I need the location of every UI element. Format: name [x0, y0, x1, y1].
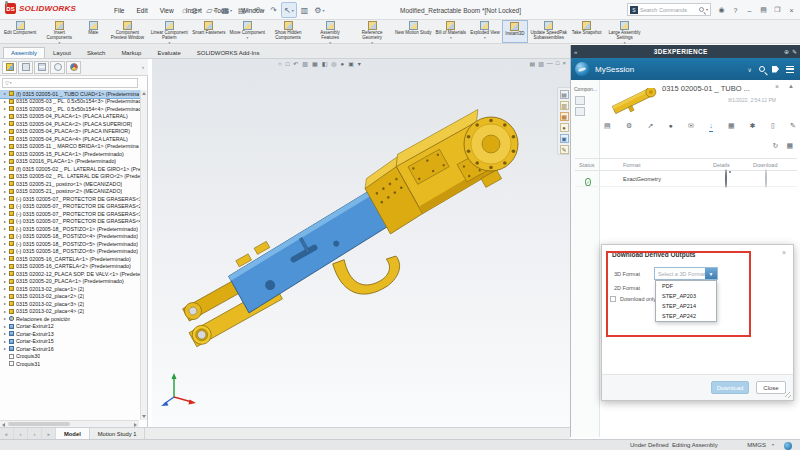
tree-item[interactable]: ▸ (f) 0315 02005-01 _ TUBO CUAD<1> (Pred…	[0, 90, 140, 98]
ribbon-tab[interactable]: Evaluate	[149, 47, 188, 58]
tree-item[interactable]: ▸ (-) 0315 02005-18_ POSTIZO<4> (Predete…	[0, 233, 140, 241]
feature-tree-tab[interactable]	[2, 61, 17, 74]
scroll-right-icon[interactable]	[134, 423, 137, 427]
toolbar-button[interactable]: Instant3D ▾	[502, 20, 528, 43]
display-manager-tab[interactable]	[66, 61, 81, 74]
session-chevron-icon[interactable]: ∨	[748, 66, 752, 73]
user-icon[interactable]: ◉	[715, 3, 728, 17]
dropdown-arrow-icon[interactable]: ▾	[246, 36, 248, 40]
tree-item[interactable]: ▸ (f) 0315 02005-02 _ PL. LATERAL DE GIR…	[0, 165, 140, 173]
menu-item[interactable]: File	[108, 0, 130, 20]
scroll-up-icon[interactable]	[142, 92, 146, 95]
toolbar-button[interactable]: Smart Fasteners ▾	[190, 20, 227, 43]
toolbar-button[interactable]: Bill of Materials ▾	[434, 20, 469, 43]
3dexperience-status-icon[interactable]	[784, 442, 792, 450]
menu-item[interactable]: View	[154, 0, 180, 20]
dimxpert-manager-tab[interactable]	[50, 61, 65, 74]
tree-item[interactable]: ▸ 0315 02002-12_PLACA SOP. DE VALV.<1> (…	[0, 270, 140, 278]
search-scope-icon[interactable]: S	[630, 6, 638, 14]
layout-icon[interactable]: ▤	[757, 3, 770, 17]
dialog-close-icon[interactable]: ×	[782, 249, 786, 256]
info-icon[interactable]: ▤	[604, 122, 611, 132]
settings-icon[interactable]: ✱	[750, 122, 756, 132]
tree-item[interactable]: ▸ 0315 02005-16_CARTELA<1> (Predetermina…	[0, 255, 140, 263]
document-icon[interactable]: ▯	[771, 122, 775, 132]
select-icon[interactable]: ↖▾	[281, 2, 297, 18]
scroll-left-icon[interactable]	[2, 423, 5, 427]
tree-item[interactable]: ▸ 0315 02005-02 _ PL. LATERAL DE GIRO<2>…	[0, 173, 140, 181]
toolbar-button[interactable]: Component Preview Window ▾	[106, 20, 148, 43]
close-button[interactable]: Close	[756, 381, 786, 394]
derived-outputs-icon[interactable]: ↓	[709, 122, 713, 132]
tree-item[interactable]: ▸ Relaciones de posición	[0, 315, 140, 323]
minimize-icon[interactable]: –	[743, 3, 756, 17]
undo-icon[interactable]: ↶▾	[253, 2, 267, 18]
panel-options-icon[interactable]: ⊕	[784, 48, 789, 55]
tree-item[interactable]: ▸ Cortar-Extruir16	[0, 345, 140, 353]
home-icon[interactable]: ⌂▾	[180, 2, 189, 18]
tree-item[interactable]: ▸ 0315 02013-02_placa<3> (2)	[0, 300, 140, 308]
combobox-arrow-icon[interactable]: ▼	[705, 268, 717, 279]
tab-scroll-first-icon[interactable]: «	[0, 428, 14, 439]
toolbar-button[interactable]: Update SpeedPak Subassemblies ▾	[528, 20, 570, 43]
details-eye-icon[interactable]	[725, 169, 727, 188]
ribbon-tab[interactable]: Sketch	[79, 47, 113, 58]
motion-study-tab[interactable]: Motion Study 1	[90, 428, 146, 439]
tree-item[interactable]: ▸ Cortar-Extruir12	[0, 323, 140, 331]
save-icon[interactable]: ▦▾	[219, 2, 234, 18]
tree-item[interactable]: ▸ 0315 02013-02_placa<2> (2)	[0, 293, 140, 301]
dropdown-option[interactable]: STEP_AP214	[656, 301, 716, 311]
property-manager-tab[interactable]	[18, 61, 33, 74]
dropdown-option[interactable]: STEP_AP203	[656, 291, 716, 301]
tree-item[interactable]: ▸ (-) 0315 02005-07_ PROTECTOR DE GRASER…	[0, 203, 140, 211]
tree-filter-bar[interactable]: ▽ ▾	[2, 78, 138, 88]
filter-dropdown-icon[interactable]: ▾	[10, 81, 12, 85]
filter-funnel-icon[interactable]: ▽	[5, 80, 9, 86]
dropdown-option[interactable]: PDF	[656, 281, 716, 291]
toolbar-button[interactable]: Mate ▾	[80, 20, 106, 43]
tree-item[interactable]: ▸ 0315 02013-02_placa<1> (2)	[0, 285, 140, 293]
tree-item[interactable]: ▸ (-) 0315 02005-18_ POSTIZO<1> (Predete…	[0, 225, 140, 233]
help-icon[interactable]: ?	[729, 3, 742, 17]
tree-item[interactable]: ▸ Cortar-Extruir15	[0, 338, 140, 346]
tab-scroll-prev-icon[interactable]: ‹	[14, 428, 28, 439]
download-radio[interactable]	[765, 169, 767, 188]
tree-item[interactable]: ▸ Croquis30	[0, 353, 140, 361]
item-close-icon[interactable]: ×	[775, 83, 779, 90]
download-only-checkbox[interactable]	[610, 296, 616, 302]
lock-icon[interactable]: ●	[669, 122, 673, 132]
search-icon[interactable]	[699, 7, 704, 12]
refresh-icon[interactable]: ↻	[773, 142, 779, 150]
tree-item[interactable]: ▸ 0315 02005-03 _ PL. 0.5x50x154<3> (Pre…	[0, 98, 140, 106]
tree-item[interactable]: ▸ 0315 02005-16_CARTELA<2> (Predetermina…	[0, 263, 140, 271]
configuration-manager-tab[interactable]	[34, 61, 49, 74]
tools-icon[interactable]: ⚙	[626, 122, 632, 132]
tree-item[interactable]: ▸ 0315 02005-04_PLACA<3> (PLACA INFERIOR…	[0, 128, 140, 136]
scroll-down-icon[interactable]	[142, 415, 146, 418]
toolbar-button[interactable]: Insert Components ▾	[38, 20, 80, 43]
tree-item[interactable]: ▸ (-) 0315 02005-07_ PROTECTOR DE GRASER…	[0, 210, 140, 218]
toolbar-button[interactable]: Assembly Features ▾	[309, 20, 351, 43]
boom-assembly-model[interactable]	[152, 59, 570, 427]
restore-icon[interactable]: ❐	[771, 3, 784, 17]
tree-vertical-scrollbar[interactable]	[140, 90, 147, 420]
scrollbar-thumb[interactable]	[8, 422, 70, 426]
tree-item[interactable]: ▸ (-) 0315 02005-07_ PROTECTOR DE GRASER…	[0, 218, 140, 226]
session-tag-icon[interactable]	[772, 66, 779, 73]
options-icon[interactable]: ⚙▾	[312, 2, 326, 18]
units-dropdown-icon[interactable]: ▾	[772, 442, 774, 447]
more-tabs-icon[interactable]: ›	[142, 64, 144, 70]
3dexperience-compass-icon[interactable]	[575, 62, 589, 76]
search-dropdown-icon[interactable]: ▾	[706, 7, 708, 12]
toolbar-button[interactable]: Edit Component ▾	[2, 20, 38, 43]
toolbar-button[interactable]: Take Snapshot ▾	[570, 20, 604, 43]
toolbar-button[interactable]: Linear Component Pattern ▾	[148, 20, 190, 43]
status-units[interactable]: MMGS	[747, 442, 766, 448]
toolbar-button[interactable]: Reference Geometry ▾	[351, 20, 393, 43]
tree-item[interactable]: ▸ (-) 0315 02005-18_ POSTIZO<5> (Predete…	[0, 240, 140, 248]
tree-item[interactable]: ▸ 0315 02016_PLACA<1> (Predeterminado)	[0, 158, 140, 166]
session-search-icon[interactable]	[759, 66, 765, 72]
tree-item[interactable]: ▸ 0315 02005-04_PLACA<4> (PLACA LATERAL)	[0, 135, 140, 143]
menu-item[interactable]: Edit	[130, 0, 153, 20]
model-tab[interactable]: Model	[56, 428, 90, 439]
